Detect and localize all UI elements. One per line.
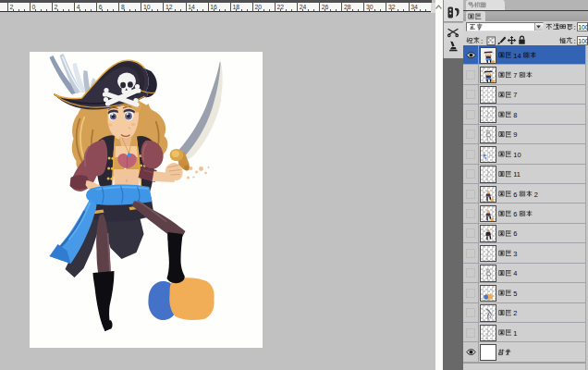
svg-text:3: 3 [513,250,517,258]
svg-text:6: 6 [513,210,517,218]
svg-text:8: 8 [121,4,125,10]
svg-text:100: 100 [578,24,588,31]
svg-text:7: 7 [513,71,517,80]
svg-text:2: 2 [9,4,13,10]
svg-text:32: 32 [388,4,396,10]
svg-text:8: 8 [513,111,517,119]
svg-text:22: 22 [277,4,285,10]
svg-text:2: 2 [55,4,58,10]
svg-text:28: 28 [344,4,351,10]
svg-text:2: 2 [513,309,517,317]
svg-text:11: 11 [513,170,521,179]
svg-text:14: 14 [188,4,195,10]
svg-text:16: 16 [210,4,217,10]
svg-text:18: 18 [232,4,239,10]
svg-text:2: 2 [534,191,538,199]
svg-text:6: 6 [513,191,517,199]
svg-text:24: 24 [300,4,307,10]
svg-text:9: 9 [513,130,517,139]
svg-text:7: 7 [513,91,517,99]
svg-text:14: 14 [513,52,521,60]
svg-text:1: 1 [513,329,517,338]
svg-text:20: 20 [255,4,263,10]
svg-text:10: 10 [143,4,151,10]
svg-text:12: 12 [165,4,173,10]
svg-text:30: 30 [366,4,374,10]
svg-text::: : [574,37,576,45]
svg-text::: : [574,23,576,31]
svg-text:6: 6 [513,229,517,238]
svg-text:10: 10 [513,151,521,159]
svg-text:26: 26 [322,4,329,10]
svg-text:4: 4 [513,269,517,278]
svg-text:100: 100 [578,38,588,44]
svg-text:6: 6 [99,4,103,10]
svg-text:0: 0 [32,4,36,10]
svg-text::: : [481,37,483,45]
svg-text:5: 5 [513,290,517,298]
svg-text:4: 4 [77,4,80,10]
svg-text:34: 34 [410,4,418,10]
